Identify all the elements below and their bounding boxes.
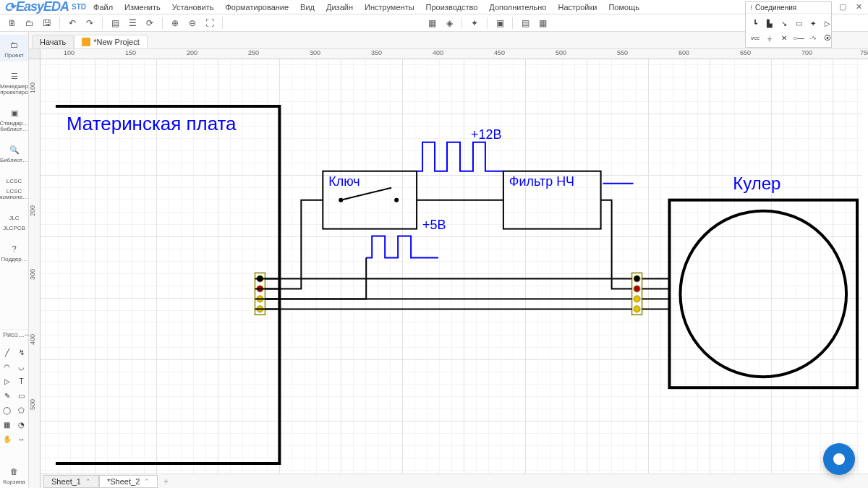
menu-design[interactable]: Дизайн: [322, 1, 357, 13]
zoom-fit-icon[interactable]: ⛶: [202, 16, 218, 30]
chevron-up-icon[interactable]: ⌃: [85, 478, 91, 485]
sidebar-library-label: Библиот…: [0, 158, 28, 163]
tick-h: 450: [494, 49, 505, 56]
arrow-tool-icon[interactable]: ▷: [1, 374, 14, 388]
tool-f-icon[interactable]: ▦: [535, 16, 550, 30]
tab-start[interactable]: Начать: [32, 35, 74, 48]
distribute-icon[interactable]: ☰: [124, 16, 140, 30]
chevron-up-icon[interactable]: ⌃: [144, 478, 150, 485]
wiring-toolbox[interactable]: ⁝Соединения ┗ ▙ ↘ ▭ ✦ ▷ vcc ⏚ ✕ ○— -∿ ⦿: [745, 1, 832, 48]
cooler-label: Кулер: [733, 174, 780, 193]
tool-c-icon[interactable]: ✦: [467, 16, 482, 30]
menu-tools[interactable]: Инструменты: [360, 1, 419, 13]
menu-view[interactable]: Вид: [296, 1, 319, 13]
ellipse-tool-icon[interactable]: ◯: [1, 403, 14, 416]
sidebar-jlcpcb[interactable]: JLC JLCPCB: [0, 207, 28, 234]
zoom-out-icon[interactable]: ⊖: [184, 16, 200, 30]
sheet-tab-2[interactable]: *Sheet_2⌃: [99, 475, 158, 488]
menu-install[interactable]: Установить: [168, 1, 218, 13]
tool-b-icon[interactable]: ◈: [441, 16, 457, 30]
probe-tool-icon[interactable]: ⦿: [821, 31, 834, 44]
app-name: EasyEDA: [16, 0, 69, 14]
freehand-tool-icon[interactable]: ✎: [1, 389, 14, 402]
sidebar-library[interactable]: 🔍 Библиот…: [0, 140, 28, 166]
text-tool-icon[interactable]: T: [15, 374, 28, 388]
sidebar-design-manager[interactable]: ☰ Менеджер проектиро: [0, 66, 28, 98]
svg-line-2: [341, 188, 391, 200]
search-icon: 🔍: [7, 142, 22, 157]
motherboard-label: Материнская плата: [67, 114, 237, 134]
port-tool-icon[interactable]: ▷: [821, 17, 834, 30]
right-gutter: [862, 59, 868, 474]
schematic-canvas[interactable]: Материнская плата Ключ Фильтр НЧ +: [41, 59, 868, 474]
arc-tool-icon[interactable]: ◠: [1, 360, 14, 373]
cooler-fan: [680, 211, 846, 377]
tool-a-icon[interactable]: ▦: [424, 16, 440, 30]
zoom-in-icon[interactable]: ⊕: [167, 16, 183, 30]
chat-bubble-button[interactable]: [823, 443, 855, 475]
sidebar-lcsc-label: LCSC компоне…: [0, 189, 28, 200]
tool-e-icon[interactable]: ▤: [517, 16, 533, 30]
tick-v: 500: [29, 399, 36, 410]
new-file-icon[interactable]: 🗎: [4, 16, 20, 30]
wiring-toolbox-title: ⁝Соединения: [746, 2, 831, 14]
chip-icon: ▣: [7, 106, 22, 120]
gnd-tool-icon[interactable]: ⏚: [763, 31, 776, 44]
sidebar-std-library[interactable]: ▣ Стандар… библиот…: [0, 103, 28, 135]
logo-mark-icon: ⟳: [4, 0, 14, 15]
window-maximize-icon[interactable]: ▢: [838, 2, 848, 12]
tab-new-project[interactable]: *New Project: [74, 35, 148, 48]
pie-tool-icon[interactable]: ◔: [15, 418, 28, 431]
align-icon[interactable]: ▤: [107, 16, 123, 30]
wires: [255, 200, 669, 309]
window-close-icon[interactable]: ✕: [854, 2, 864, 12]
add-sheet-button[interactable]: ＋: [158, 476, 174, 487]
tick-h: 100: [64, 49, 75, 56]
netlabel-tool-icon[interactable]: ▭: [792, 17, 805, 30]
menu-help[interactable]: Помощь: [604, 1, 644, 13]
arc2-tool-icon[interactable]: ◡: [15, 360, 28, 373]
list-icon: ☰: [7, 69, 22, 83]
menu-format[interactable]: Форматирование: [221, 1, 293, 13]
sidebar-support[interactable]: ? Поддер…: [0, 239, 28, 265]
line-tool-icon[interactable]: ╱: [1, 346, 14, 359]
menu-advanced[interactable]: Дополнительно: [485, 1, 550, 13]
sidebar-lcsc[interactable]: LCSC LCSC компоне…: [0, 171, 28, 203]
jlcpcb-icon: JLC: [7, 210, 22, 225]
rect-tool-icon[interactable]: ▭: [15, 389, 28, 402]
undo-icon[interactable]: ↶: [64, 16, 80, 30]
menu-settings[interactable]: Настройки: [553, 1, 601, 13]
polyline-tool-icon[interactable]: ↯: [15, 346, 28, 359]
resistor-tool-icon[interactable]: -∿: [807, 31, 820, 44]
drawing-tools-grid: ╱ ↯ ◠ ◡ ▷ T ✎ ▭ ◯ ⬠ ▦ ◔ ✋ ↔: [1, 344, 28, 447]
drag-tool-icon[interactable]: ✋: [1, 432, 14, 445]
rotate-icon[interactable]: ⟳: [142, 16, 158, 30]
help-icon: ?: [7, 241, 22, 256]
image-tool-icon[interactable]: ▦: [1, 418, 14, 431]
drawing-tools-header: Рисо…—: [0, 329, 28, 340]
save-icon[interactable]: 🖫: [39, 16, 55, 30]
pin-tool-icon[interactable]: ○—: [792, 31, 805, 44]
sidebar-project[interactable]: 🗀 Проект: [0, 35, 28, 61]
bus-tool-icon[interactable]: ▙: [763, 17, 776, 30]
noconnect-tool-icon[interactable]: ✕: [778, 31, 791, 44]
measure-tool-icon[interactable]: ↔: [15, 432, 28, 445]
sidebar-trash[interactable]: 🗑 Корзина: [0, 461, 28, 488]
tool-d-icon[interactable]: ▣: [492, 16, 508, 30]
sheet-tab-1[interactable]: Sheet_1⌃: [43, 475, 99, 488]
vcc-tool-icon[interactable]: vcc: [749, 31, 762, 44]
menu-manufacture[interactable]: Производство: [422, 1, 482, 13]
trash-icon: 🗑: [7, 464, 22, 479]
menu-file[interactable]: Файл: [89, 1, 117, 13]
busentry-tool-icon[interactable]: ↘: [778, 17, 791, 30]
redo-icon[interactable]: ↷: [82, 16, 98, 30]
wire-tool-icon[interactable]: ┗: [749, 17, 762, 30]
menu-edit[interactable]: Изменить: [120, 1, 165, 13]
polygon-tool-icon[interactable]: ⬠: [15, 403, 28, 416]
sidebar-design-manager-label: Менеджер проектиро: [0, 84, 28, 95]
sheet-tabs: Sheet_1⌃ *Sheet_2⌃ ＋: [41, 474, 868, 488]
open-folder-icon[interactable]: 🗀: [22, 16, 38, 30]
menu-bar: ⟳ EasyEDA STD Файл Изменить Установить Ф…: [0, 0, 868, 14]
netflag-tool-icon[interactable]: ✦: [807, 17, 820, 30]
svg-point-11: [634, 296, 640, 302]
